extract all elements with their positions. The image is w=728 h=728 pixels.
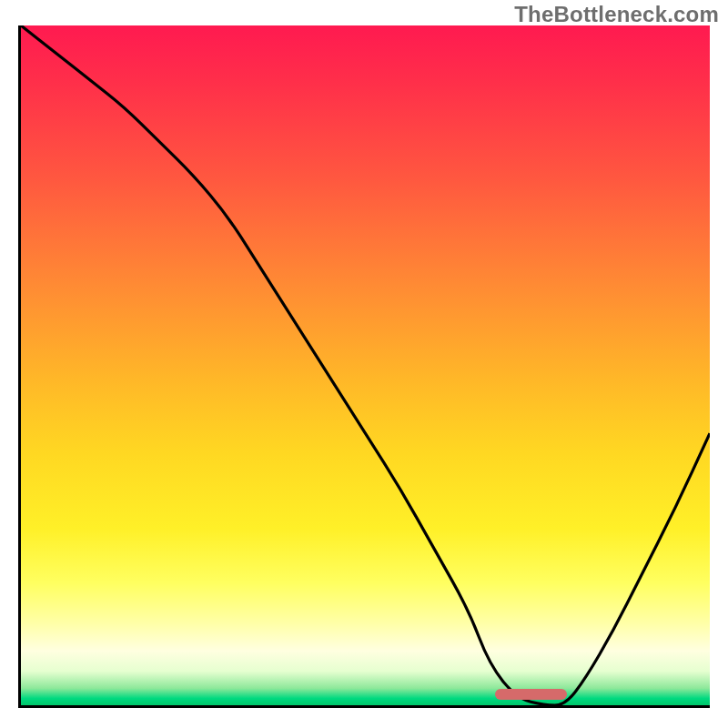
background-gradient: [21, 25, 710, 705]
target-range-marker: [495, 689, 568, 700]
chart-container: TheBottleneck.com: [0, 0, 728, 728]
plot-area: [18, 25, 710, 708]
watermark-text: TheBottleneck.com: [514, 2, 719, 27]
